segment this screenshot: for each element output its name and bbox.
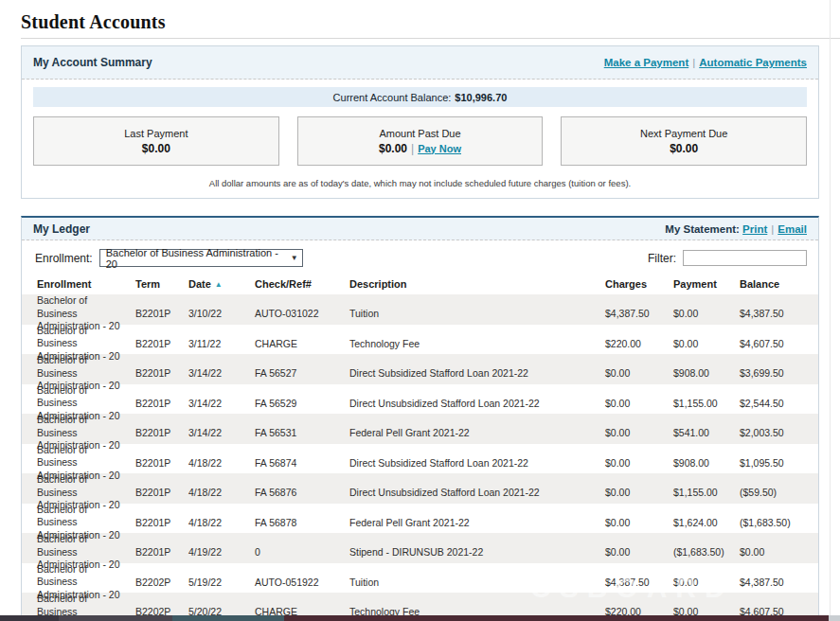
cell-check-ref: 0 [255,546,349,558]
cell-payment: ($1,683.50) [673,546,740,558]
table-row: Bachelor of Business Administration - 20… [22,384,818,415]
table-row: Bachelor of Business Administration - 20… [22,294,818,325]
cell-charges: $0.00 [605,427,673,438]
value-separator: | [407,142,418,155]
cell-date: 4/18/22 [188,457,255,469]
cell-payment: $1,155.00 [673,487,740,498]
footer-segment [0,615,59,621]
cell-balance: $0.00 [740,546,809,558]
cell-description: Direct Unsubsidized Stafford Loan 2021-2… [349,398,605,409]
column-header-date-label: Date [188,278,211,290]
column-header-charges[interactable]: Charges [605,278,673,290]
account-summary-header: My Account Summary Make a Payment|Automa… [22,46,818,80]
cell-date: 4/18/22 [188,517,255,528]
footer-segment [829,615,840,621]
amount-past-due-label: Amount Past Due [379,128,460,139]
cell-description: Stipend - DIRUNSUB 2021-22 [349,546,605,558]
next-payment-due-box: Next Payment Due $0.00 [561,116,807,166]
cell-term: B2201P [135,308,188,319]
column-header-check-ref[interactable]: Check/Ref# [255,278,349,290]
link-separator: | [767,223,777,235]
cell-term: B2201P [135,427,188,438]
cell-charges: $0.00 [605,517,673,528]
statement-print-link[interactable]: Print [742,223,767,235]
column-header-date[interactable]: Date▲ [188,278,255,290]
account-summary-title: My Account Summary [33,56,152,69]
footer-bar [0,615,840,621]
cell-date: 3/14/22 [188,427,255,438]
balance-label: Current Account Balance: [333,92,452,103]
cell-payment: $541.00 [673,427,740,438]
cell-payment: $1,155.00 [673,398,740,409]
cell-check-ref: CHARGE [255,338,349,349]
enrollment-selected-value: Bachelor of Business Administration - 20 [106,247,291,270]
cell-check-ref: FA 56876 [255,487,349,498]
footer-segment [172,615,284,621]
cell-term: B2202P [135,577,188,588]
statement-email-link[interactable]: Email [777,223,807,235]
automatic-payments-link[interactable]: Automatic Payments [699,57,807,68]
table-row: Bachelor of Business Administration - 20… [22,473,818,504]
cell-term: B2201P [135,546,188,558]
cell-check-ref: FA 56878 [255,517,349,528]
cell-check-ref: AUTO-051922 [255,577,349,588]
table-row: Bachelor of Business Administration - 20… [22,414,818,444]
ledger-title: My Ledger [33,222,90,236]
filter-label: Filter: [648,252,676,265]
cell-payment: $908.00 [673,367,740,379]
cell-balance: $2,003.50 [740,427,809,438]
title-divider [21,38,840,39]
cell-charges: $0.00 [605,457,673,469]
cell-charges: $0.00 [605,487,673,498]
cell-payment: $0.00 [673,577,740,588]
last-payment-value: $0.00 [142,142,170,155]
right-edge-divider [830,0,831,621]
column-header-payment[interactable]: Payment [673,278,740,290]
column-header-description[interactable]: Description [349,278,605,290]
enrollment-select[interactable]: Bachelor of Business Administration - 20… [99,249,303,267]
table-row: Bachelor of Business Administration - 20… [22,325,818,355]
column-header-term[interactable]: Term [135,278,188,290]
cell-payment: $0.00 [673,338,740,349]
cell-charges: $4,387.50 [605,577,673,588]
ledger-header: My Ledger My Statement: Print|Email [22,218,818,240]
table-row: Bachelor of Business Administration - 20… [22,533,818,563]
next-payment-due-label: Next Payment Due [640,128,727,139]
column-header-enrollment[interactable]: Enrollment [37,278,135,290]
ledger-controls: Enrollment: Bachelor of Business Adminis… [22,240,818,273]
cell-check-ref: AUTO-031022 [255,308,349,319]
cell-balance: $2,544.50 [740,398,809,409]
cell-date: 4/18/22 [188,487,255,498]
last-payment-box: Last Payment $0.00 [33,116,279,166]
balance-value: $10,996.70 [455,92,507,103]
next-payment-due-value: $0.00 [670,142,698,155]
cell-date: 3/11/22 [188,338,255,349]
current-balance-bar: Current Account Balance: $10,996.70 [33,87,807,107]
cell-description: Tuition [349,577,605,588]
account-summary-panel: My Account Summary Make a Payment|Automa… [21,45,819,199]
cell-balance: $1,095.50 [740,457,809,469]
cell-term: B2201P [135,457,188,469]
amount-past-due-amount: $0.00 [379,142,407,155]
column-header-balance[interactable]: Balance [740,278,809,290]
table-row: Bachelor of Business Administration - 20… [22,504,818,534]
cell-description: Direct Unsubsidized Stafford Loan 2021-2… [349,487,605,498]
filter-input[interactable] [683,250,807,266]
cell-charges: $0.00 [605,398,673,409]
cell-charges: $220.00 [605,338,673,349]
cell-charges: $0.00 [605,546,673,558]
cell-term: B2201P [135,398,188,409]
cell-payment: $0.00 [673,308,740,319]
summary-note: All dollar amounts are as of today's dat… [33,178,807,188]
pay-now-link[interactable]: Pay Now [418,143,461,154]
cell-check-ref: FA 56531 [255,427,349,438]
cell-balance: $4,607.50 [740,338,809,349]
cell-date: 3/14/22 [188,367,255,379]
cell-payment: $908.00 [673,457,740,469]
make-a-payment-link[interactable]: Make a Payment [604,57,689,68]
cell-balance: ($1,683.50) [740,517,809,528]
cell-balance: ($59.50) [740,487,809,498]
table-row: Bachelor of Business Administration - 20… [22,444,818,474]
cell-description: Tuition [349,308,605,319]
cell-description: Direct Subsidized Stafford Loan 2021-22 [349,367,605,379]
